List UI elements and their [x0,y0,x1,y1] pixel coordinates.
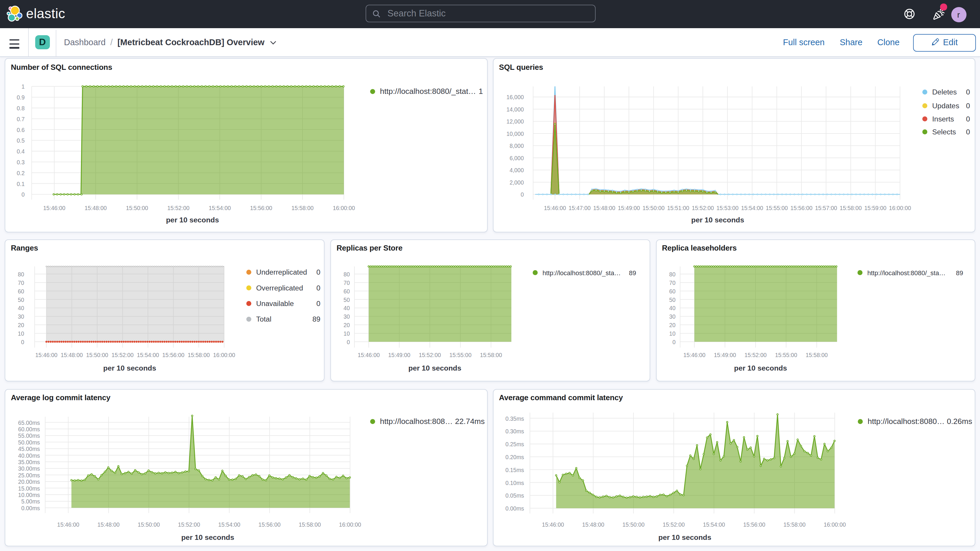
svg-text:15:55:00: 15:55:00 [449,352,471,358]
svg-text:10.00ms: 10.00ms [18,491,40,498]
svg-text:10: 10 [669,330,675,336]
svg-text:15:54:00: 15:54:00 [137,352,159,358]
svg-text:0: 0 [966,102,970,110]
svg-text:per 10 seconds: per 10 seconds [181,533,234,541]
svg-text:15:56:00: 15:56:00 [250,205,272,211]
svg-text:0: 0 [316,268,320,276]
svg-text:15:53:00: 15:53:00 [716,205,738,211]
svg-text:50: 50 [344,296,350,303]
svg-text:14,000: 14,000 [506,106,524,113]
svg-text:15:52:00: 15:52:00 [744,352,767,358]
svg-text:0: 0 [966,88,970,96]
svg-text:15:58:00: 15:58:00 [291,205,313,211]
svg-text:20: 20 [18,322,24,328]
svg-text:5.00ms: 5.00ms [21,498,40,505]
svg-text:per 10 seconds: per 10 seconds [103,364,156,372]
svg-text:60: 60 [18,288,24,294]
svg-text:15:49:00: 15:49:00 [617,205,640,211]
svg-text:15:46:00: 15:46:00 [544,205,566,211]
svg-text:12,000: 12,000 [506,118,524,125]
svg-text:Unavailable: Unavailable [256,299,294,307]
svg-text:60.00ms: 60.00ms [18,426,40,432]
svg-text:http://localhost:8080/_stat…: http://localhost:8080/_stat… [380,87,476,96]
svg-text:15:56:00: 15:56:00 [743,521,765,528]
svg-text:16:00:00: 16:00:00 [339,521,361,528]
svg-text:80: 80 [344,271,350,277]
svg-text:0: 0 [520,191,524,198]
svg-text:1: 1 [479,87,483,96]
svg-text:15:58:00: 15:58:00 [480,352,502,358]
svg-text:4,000: 4,000 [509,167,524,174]
svg-text:http://localhost:8080…: http://localhost:8080… [868,417,945,425]
svg-text:15:56:00: 15:56:00 [790,205,813,211]
svg-text:15:50:00: 15:50:00 [86,352,108,358]
svg-text:0.5: 0.5 [17,137,25,144]
svg-text:15:48:00: 15:48:00 [61,352,83,358]
svg-text:30: 30 [669,313,675,320]
svg-text:0.1: 0.1 [17,181,25,187]
svg-text:15:54:00: 15:54:00 [208,205,231,211]
svg-text:Inserts: Inserts [932,115,954,123]
svg-text:70: 70 [669,279,675,286]
svg-text:0.15ms: 0.15ms [505,467,524,473]
svg-text:per 10 seconds: per 10 seconds [409,364,461,372]
svg-text:http://localhost:808…: http://localhost:808… [380,417,453,425]
svg-text:15:58:00: 15:58:00 [840,205,862,211]
svg-text:15:57:00: 15:57:00 [815,205,837,211]
svg-text:0.7: 0.7 [17,116,25,123]
svg-text:15:54:00: 15:54:00 [218,521,240,528]
svg-text:0.2: 0.2 [17,170,25,176]
svg-text:60: 60 [669,288,675,294]
svg-text:15:50:00: 15:50:00 [138,521,160,528]
svg-text:15:51:00: 15:51:00 [667,205,689,211]
svg-text:2,000: 2,000 [509,179,524,186]
svg-text:40: 40 [669,305,675,311]
svg-text:1: 1 [21,83,25,90]
svg-text:15:50:00: 15:50:00 [642,205,665,211]
svg-text:0: 0 [21,191,25,198]
svg-text:15:56:00: 15:56:00 [258,521,281,528]
svg-text:0: 0 [966,128,970,136]
svg-text:0.30ms: 0.30ms [505,428,524,435]
svg-text:0.05ms: 0.05ms [505,492,524,499]
svg-text:15:59:00: 15:59:00 [864,205,886,211]
svg-text:15:58:00: 15:58:00 [299,521,321,528]
svg-text:Deletes: Deletes [932,88,957,96]
svg-text:15:55:00: 15:55:00 [775,352,797,358]
svg-text:0: 0 [347,339,350,345]
svg-text:20: 20 [344,322,350,328]
svg-text:0.6: 0.6 [17,127,25,133]
svg-text:70: 70 [18,279,24,286]
svg-text:16:00:00: 16:00:00 [333,205,355,211]
svg-text:30: 30 [18,313,24,320]
svg-text:0.8: 0.8 [17,105,25,111]
svg-text:Total: Total [256,315,271,323]
svg-text:0.00ms: 0.00ms [505,505,524,511]
svg-text:15:54:00: 15:54:00 [703,521,725,528]
svg-text:0.3: 0.3 [17,159,25,166]
svg-text:per 10 seconds: per 10 seconds [734,364,787,372]
svg-text:40.00ms: 40.00ms [18,452,40,459]
svg-text:50: 50 [669,296,675,303]
svg-text:15:56:00: 15:56:00 [162,352,185,358]
svg-text:15:52:00: 15:52:00 [167,205,189,211]
svg-text:20.00ms: 20.00ms [18,478,40,485]
svg-text:per 10 seconds: per 10 seconds [658,533,711,541]
svg-text:30.00ms: 30.00ms [18,465,40,472]
svg-text:Overreplicated: Overreplicated [256,284,303,291]
svg-text:16:00:00: 16:00:00 [889,205,911,211]
svg-text:Selects: Selects [932,128,956,136]
svg-text:15:58:00: 15:58:00 [783,521,806,528]
svg-text:80: 80 [669,271,675,277]
svg-text:8,000: 8,000 [509,143,524,149]
svg-text:15:48:00: 15:48:00 [97,521,120,528]
svg-text:10: 10 [344,330,350,336]
svg-text:0.4: 0.4 [17,148,25,154]
svg-text:0.25ms: 0.25ms [505,441,524,447]
svg-text:0.20ms: 0.20ms [505,454,524,460]
svg-text:0.10ms: 0.10ms [505,479,524,486]
svg-text:16,000: 16,000 [506,94,524,100]
svg-text:0.9: 0.9 [17,94,25,100]
svg-text:25.00ms: 25.00ms [18,472,40,478]
svg-text:http://localhost:8080/_sta…: http://localhost:8080/_sta… [867,269,945,276]
